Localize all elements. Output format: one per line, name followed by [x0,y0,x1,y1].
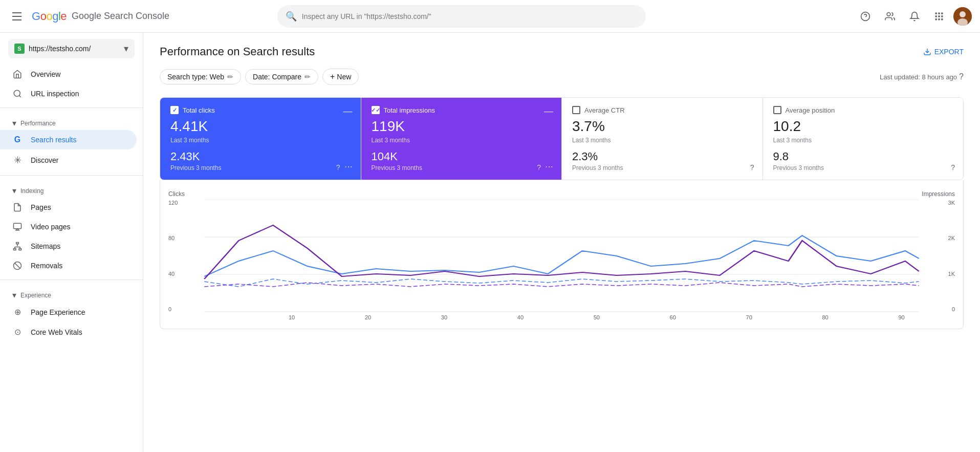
minus-icon-clicks[interactable]: — [343,106,353,117]
sidebar-item-discover[interactable]: ✳ Discover [0,149,137,171]
search-type-filter[interactable]: Search type: Web ✏ [160,69,241,84]
section-label: Performance [20,120,56,127]
sidebar-item-page-experience[interactable]: ⊕ Page Experience [0,302,137,322]
app-title: Google Search Console [72,11,169,21]
sidebar-item-core-web-vitals[interactable]: ⊙ Core Web Vitals [0,322,137,342]
x-tick: 90 [898,314,904,320]
sidebar-section-indexing[interactable]: ▾ Indexing [0,180,143,198]
sitemap-icon [12,242,23,251]
svg-rect-7 [938,15,940,17]
date-filter[interactable]: Date: Compare ✏ [245,69,318,84]
chart-y-label-left: Clicks [168,190,185,198]
x-tick: 20 [365,314,371,320]
edit-icon: ✏ [227,73,233,81]
sidebar-section-experience[interactable]: ▾ Experience [0,284,143,302]
more-icon-impressions[interactable]: ⋯ [545,162,553,171]
y-tick-right: 1K [948,271,955,277]
url-search-bar[interactable]: 🔍 [277,5,646,28]
minus-icon-impressions[interactable]: — [544,106,553,117]
metric-prev-value-clicks: 2.43K [170,150,351,163]
x-tick: 70 [746,314,752,320]
help-icon-impressions[interactable]: ? [537,163,541,171]
new-label: New [337,73,351,81]
search-icon: 🔍 [286,11,297,22]
svg-rect-3 [935,12,937,14]
x-tick: 30 [441,314,447,320]
site-selector[interactable]: S https://testsho.com/ ▾ [8,39,135,58]
help-small-icon[interactable]: ? [959,72,964,81]
sidebar-item-video-pages[interactable]: Video pages [0,217,137,236]
svg-rect-20 [14,249,16,250]
asterisk-icon: ✳ [12,155,23,166]
more-icon-clicks[interactable]: ⋯ [344,162,353,171]
sidebar-item-label: Search results [31,136,76,144]
x-tick: 10 [289,314,295,320]
apps-button[interactable] [929,6,949,27]
metric-label-position: Average position [786,106,835,114]
svg-rect-11 [941,18,943,20]
site-selector-chevron-icon: ▾ [124,43,128,54]
svg-rect-10 [938,18,940,20]
sidebar-item-label: Video pages [31,223,71,231]
metric-label-impressions: Total impressions [384,106,435,114]
metric-card-position[interactable]: Average position 10.2 Last 3 months 9.8 … [763,98,964,180]
metric-checkbox-position[interactable] [773,106,781,114]
metric-card-total-clicks[interactable]: Total clicks — 4.41K Last 3 months 2.43K… [160,98,361,180]
main-content: Performance on Search results EXPORT Sea… [143,33,980,452]
help-icon-clicks[interactable]: ? [336,163,340,171]
metric-prev-value-ctr: 2.3% [572,150,752,163]
sidebar-item-label: Core Web Vitals [31,328,82,336]
svg-rect-4 [938,12,940,14]
new-filter-button[interactable]: + New [322,69,359,85]
export-label: EXPORT [934,48,964,56]
people-button[interactable] [880,6,900,27]
last-updated: Last updated: 8 hours ago ? [880,72,964,81]
svg-line-27 [15,263,20,269]
sidebar-item-label: Discover [31,156,58,164]
metric-prev-period-ctr: Previous 3 months [572,164,752,171]
url-search-input[interactable] [302,12,638,20]
sidebar-section-performance[interactable]: ▾ Performance [0,112,143,130]
sidebar-item-removals[interactable]: Removals [0,256,137,275]
user-avatar[interactable] [953,7,972,26]
chevron-down-icon: ▾ [12,290,16,300]
sidebar-item-overview[interactable]: Overview [0,64,137,84]
sidebar-item-sitemaps[interactable]: Sitemaps [0,236,137,256]
page-title: Performance on Search results [160,45,315,58]
sidebar-divider-2 [0,175,143,176]
svg-rect-17 [14,223,21,229]
site-url: https://testsho.com/ [29,45,120,53]
sidebar-item-search-results[interactable]: G Search results [0,130,137,149]
metric-label-clicks: Total clicks [183,106,215,114]
sidebar-item-url-inspection[interactable]: URL inspection [0,84,137,103]
svg-rect-8 [941,15,943,17]
sidebar-divider [0,107,143,108]
sidebar-item-label: Pages [31,203,51,211]
export-button[interactable]: EXPORT [923,48,964,56]
chevron-down-icon: ▾ [12,118,16,128]
metric-card-total-impressions[interactable]: ✓ Total impressions — 119K Last 3 months… [361,98,562,180]
help-icon-position[interactable]: ? [951,163,955,171]
metric-period-ctr: Last 3 months [572,137,752,144]
main-layout: S https://testsho.com/ ▾ Overview URL in… [0,33,980,452]
x-tick: 80 [822,314,828,320]
svg-rect-19 [16,243,19,244]
search-type-label: Search type: Web [167,73,224,81]
help-icon-ctr[interactable]: ? [750,163,754,171]
metric-card-ctr[interactable]: Average CTR 3.7% Last 3 months 2.3% Prev… [562,98,763,180]
metric-checkbox-ctr[interactable] [572,106,580,114]
help-button[interactable] [855,6,876,27]
notifications-button[interactable] [904,6,925,27]
metric-period-clicks: Last 3 months [170,137,351,144]
metric-checkbox-clicks[interactable] [170,106,179,114]
metric-checkbox-impressions[interactable]: ✓ [372,106,380,114]
y-tick: 80 [168,235,178,241]
metric-value-position: 10.2 [773,118,953,135]
x-axis: 10 20 30 40 50 60 70 80 90 [168,314,955,320]
metric-header-impressions: ✓ Total impressions [372,106,552,114]
hamburger-menu[interactable] [8,8,26,25]
sidebar-item-pages[interactable]: Pages [0,198,137,217]
metric-header-ctr: Average CTR [572,106,752,114]
metric-value-clicks: 4.41K [170,118,351,135]
site-icon: S [14,44,25,54]
